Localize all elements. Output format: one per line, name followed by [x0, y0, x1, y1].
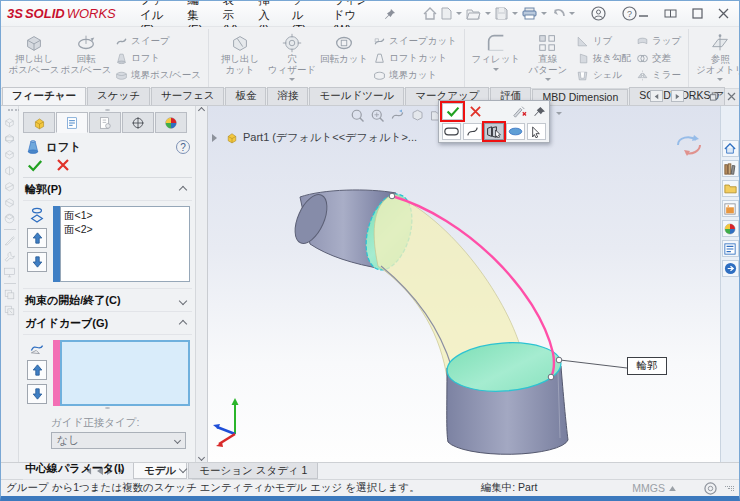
motion-study-tab[interactable]: モーション スタディ 1 — [188, 463, 318, 479]
toolbar-flyout-caret-icon[interactable] — [556, 112, 562, 118]
fillet-button[interactable]: フィレット — [470, 29, 522, 87]
sweep-button[interactable]: スイープ — [114, 34, 201, 49]
spline-profile-button[interactable] — [463, 123, 482, 140]
tab-sheet-metal[interactable]: 板金 — [225, 87, 266, 105]
start-end-constraints-header[interactable]: 拘束の開始/終了(C) — [23, 289, 192, 312]
profile-list-item[interactable]: 面<1> — [64, 208, 186, 222]
doc-minimize-button[interactable] — [692, 92, 701, 101]
menu-pin-icon[interactable] — [384, 8, 396, 20]
ellipse-profile-button[interactable] — [506, 123, 525, 140]
pin-toolbar-icon[interactable] — [533, 106, 546, 117]
boundary-boss-button[interactable]: 境界ボス/ベース — [114, 68, 201, 83]
rib-button[interactable]: リブ — [576, 34, 631, 49]
graphics-viewport[interactable]: Part1 (デフォルト<<デフォルト>... — [208, 106, 720, 462]
slot-profile-button[interactable] — [442, 123, 461, 140]
minimize-button[interactable] — [638, 8, 649, 19]
print-caret-icon[interactable] — [541, 12, 547, 18]
guide-curve-move-down-button[interactable] — [27, 384, 47, 404]
pm-scroll-down-icon[interactable] — [198, 454, 205, 461]
draft-button[interactable]: 抜き勾配 — [576, 51, 631, 66]
open-button[interactable] — [465, 7, 482, 21]
exit-sketch-button[interactable] — [507, 103, 531, 120]
print-button[interactable] — [521, 6, 538, 21]
revolve-boss-button[interactable]: 回転 ボス/ベース — [60, 29, 112, 87]
loft-cut-button[interactable]: ロフトカット — [372, 51, 457, 66]
view-cube-icon-7[interactable] — [3, 212, 16, 225]
centerline-collapse-icon[interactable] — [179, 464, 187, 472]
profile-move-up-button[interactable] — [27, 228, 47, 248]
view-palette-icon[interactable] — [722, 200, 739, 217]
guide-curves-section-header[interactable]: ガイドカーブ(G) — [23, 312, 192, 335]
view-cube-icon-1[interactable] — [3, 116, 16, 129]
pm-ok-button[interactable] — [27, 159, 43, 172]
undo-caret-icon[interactable] — [569, 12, 575, 18]
sweep-cut-button[interactable]: スイープカット — [372, 34, 457, 49]
pane-left-button[interactable] — [650, 90, 663, 102]
close-button[interactable] — [718, 8, 729, 19]
extrude-boss-button[interactable]: 押し出し ボス/ベース — [8, 29, 60, 87]
profiles-listbox[interactable]: 面<1> 面<2> — [53, 206, 190, 282]
linear-pattern-caret-icon[interactable] — [545, 78, 551, 84]
maximize-button[interactable] — [692, 8, 703, 19]
revolve-cut-button[interactable]: 回転カット — [318, 29, 370, 87]
view-cube-icon-2[interactable] — [3, 132, 16, 145]
intersect-button[interactable]: 交差 — [635, 51, 681, 66]
open-caret-icon[interactable] — [485, 12, 491, 18]
sketch-tool-icon[interactable] — [3, 234, 16, 247]
doc-restore-button[interactable] — [709, 92, 719, 101]
file-explorer-icon[interactable] — [722, 180, 739, 197]
undo-button[interactable] — [550, 7, 566, 21]
display-manager-tab[interactable] — [155, 112, 187, 133]
guide-curves-selection-box[interactable] — [60, 340, 190, 406]
loft-button[interactable]: ロフト — [114, 51, 201, 66]
guide-curve-top-vertex[interactable] — [389, 193, 395, 199]
new-document-button[interactable] — [440, 6, 453, 21]
pm-scroll-up-icon[interactable] — [198, 107, 205, 114]
toolbar-grip[interactable] — [8, 109, 20, 111]
tab-features[interactable]: フィーチャー — [2, 87, 86, 105]
units-selector[interactable]: MMGS — [632, 482, 676, 494]
save-caret-icon[interactable] — [512, 12, 518, 18]
view-cube-icon-3[interactable] — [3, 148, 16, 161]
bottom-cylinder-body[interactable] — [445, 339, 568, 454]
tag-icon[interactable] — [704, 482, 717, 495]
tab-weldments[interactable]: 溶接 — [267, 87, 308, 105]
boundary-cut-button[interactable]: 境界カット — [372, 68, 457, 83]
screen-tool-icon[interactable] — [3, 266, 16, 279]
forum-icon[interactable] — [722, 260, 739, 277]
wrench-tool-icon[interactable] — [3, 250, 16, 263]
design-library-icon[interactable] — [722, 160, 739, 177]
task-home-icon[interactable] — [722, 140, 739, 157]
profile-vertex[interactable] — [556, 357, 562, 363]
selection-filter-button[interactable] — [484, 123, 503, 140]
profiles-section-header[interactable]: 輪郭(P) — [23, 178, 192, 201]
linear-pattern-button[interactable]: 直線 パターン — [522, 29, 574, 87]
hole-wizard-button[interactable]: 穴 ウィザード — [266, 29, 318, 87]
resize-grip[interactable] — [725, 486, 734, 491]
dimxpert-manager-tab[interactable] — [122, 112, 154, 133]
profiles-collapse-icon[interactable] — [179, 185, 187, 193]
guide-box-resize-handle[interactable] — [105, 407, 110, 409]
guide-curve-move-up-button[interactable] — [27, 360, 47, 380]
user-account-icon[interactable] — [590, 5, 607, 22]
guide-tangent-select[interactable]: なし — [51, 432, 186, 449]
tab-sketch[interactable]: スケッチ — [87, 87, 150, 105]
feature-manager-tab[interactable] — [23, 112, 55, 133]
mirror-button[interactable]: ミラー — [635, 68, 681, 83]
cancel-button[interactable] — [465, 103, 486, 120]
panel-splitter-handle[interactable] — [105, 109, 110, 111]
pm-cancel-button[interactable] — [57, 159, 69, 172]
shell-button[interactable]: シェル — [576, 68, 631, 83]
fillet-caret-icon[interactable] — [493, 68, 499, 74]
appearances-icon[interactable] — [722, 220, 739, 237]
save-button[interactable] — [494, 6, 509, 21]
doc-close-button[interactable] — [727, 92, 736, 101]
help-icon[interactable]: ? — [621, 5, 638, 22]
property-manager-tab[interactable] — [56, 112, 88, 133]
pane-right-button[interactable] — [671, 90, 684, 102]
hole-wizard-caret-icon[interactable] — [289, 78, 295, 84]
tab-surfaces[interactable]: サーフェス — [151, 87, 224, 105]
guide-curves-listbox[interactable] — [53, 340, 190, 406]
pm-help-button[interactable]: ? — [176, 140, 190, 154]
guide-curve-bottom-vertex[interactable] — [548, 374, 554, 380]
